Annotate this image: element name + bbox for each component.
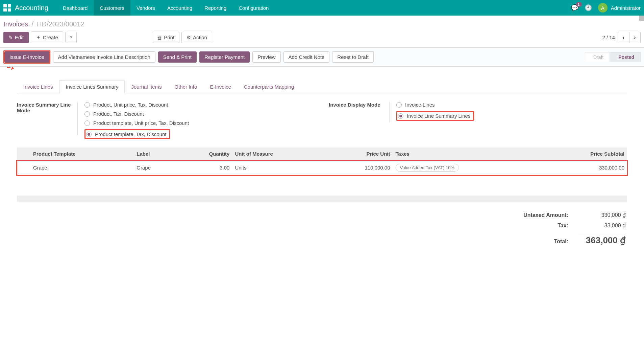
summary-table: Product Template Label Quantity Unit of …	[17, 148, 627, 175]
user-menu[interactable]: A Administrator	[598, 3, 641, 13]
issue-einvoice-button[interactable]: Issue E-Invoice	[4, 51, 49, 63]
cell-product-template: Grape	[30, 160, 134, 175]
nav-reporting[interactable]: Reporting	[198, 0, 232, 16]
tab-journal-items[interactable]: Journal Items	[125, 80, 168, 93]
col-quantity: Quantity	[176, 148, 232, 160]
tab-counterparts-mapping[interactable]: Counterparts Mapping	[238, 80, 300, 93]
radio-summary-lines[interactable]: Invoice Line Summary Lines	[397, 112, 473, 120]
print-icon: 🖨	[157, 35, 162, 40]
chat-badge: 1	[576, 2, 582, 7]
untaxed-value: 330,000 ₫	[578, 212, 626, 218]
register-payment-button[interactable]: Register Payment	[199, 51, 250, 63]
radio-icon	[396, 102, 402, 108]
nav-customers[interactable]: Customers	[94, 0, 130, 16]
preview-button[interactable]: Preview	[252, 51, 280, 63]
pager-text: 2 / 14	[602, 35, 615, 40]
print-button[interactable]: 🖨Print	[152, 32, 179, 43]
topbar: Accounting Dashboard Customers Vendors A…	[0, 0, 644, 16]
radio-icon	[84, 111, 90, 117]
tax-value: 33,000 ₫	[578, 222, 626, 229]
tax-chip: Value Added Tax (VAT) 10%	[396, 164, 459, 172]
stage-draft[interactable]: Draft	[585, 52, 610, 62]
chat-icon[interactable]: 💬1	[571, 4, 578, 12]
create-button[interactable]: ＋Create	[31, 31, 63, 43]
radio-icon	[84, 120, 90, 126]
tax-label: Tax:	[514, 223, 568, 229]
untaxed-label: Untaxed Amount:	[514, 212, 568, 218]
total-value: 363,000 ₫	[578, 233, 626, 246]
tabs: Invoice Lines Invoice Lines Summary Jour…	[17, 80, 627, 93]
col-taxes: Taxes	[393, 148, 542, 160]
reset-to-draft-button[interactable]: Reset to Draft	[332, 51, 374, 63]
breadcrumb-root[interactable]: Invoices	[3, 20, 28, 28]
radio-icon	[398, 113, 403, 119]
tab-other-info[interactable]: Other Info	[168, 80, 204, 93]
nav-dashboard[interactable]: Dashboard	[57, 0, 94, 16]
tab-invoice-lines-summary[interactable]: Invoice Lines Summary	[59, 80, 125, 93]
apps-icon[interactable]	[3, 4, 11, 12]
nav-configuration[interactable]: Configuration	[232, 0, 275, 16]
nav-vendors[interactable]: Vendors	[130, 0, 161, 16]
col-price-subtotal: Price Subtotal	[542, 148, 627, 160]
stage-posted[interactable]: Posted	[610, 52, 641, 62]
radio-product-unit-tax-discount[interactable]: Product, Unit price, Tax, Discount	[84, 102, 189, 108]
activity-icon[interactable]: 🕘	[585, 4, 592, 12]
question-icon: ?	[70, 35, 72, 40]
pager-next-button[interactable]: ›	[629, 32, 641, 43]
tab-invoice-lines[interactable]: Invoice Lines	[17, 80, 59, 93]
col-price-unit: Price Unit	[326, 148, 393, 160]
col-label: Label	[134, 148, 176, 160]
tab-einvoice[interactable]: E-Invoice	[203, 80, 238, 93]
breadcrumb-current: HD/2023/00012	[37, 20, 84, 28]
divider	[17, 196, 627, 202]
pager-prev-button[interactable]: ‹	[618, 32, 629, 43]
help-button[interactable]: ?	[65, 32, 77, 43]
top-nav: Dashboard Customers Vendors Accounting R…	[57, 0, 275, 16]
cell-price-unit: 110,000.00	[326, 160, 393, 175]
edit-button[interactable]: ✎Edit	[3, 32, 29, 43]
user-name: Administrator	[611, 5, 641, 11]
display-mode-label: Invoice Display Mode	[329, 102, 390, 122]
nav-accounting[interactable]: Accounting	[161, 0, 198, 16]
send-print-button[interactable]: Send & Print	[158, 51, 197, 63]
table-row[interactable]: Grape Grape 3.00 Units 110,000.00 Value …	[17, 160, 627, 175]
scrollbar-indicator[interactable]	[639, 16, 644, 21]
cell-subtotal: 330,000.00	[542, 160, 627, 175]
statusbar: Issue E-Invoice Add Vietnamese Invoice L…	[0, 47, 644, 67]
summary-mode-radios: Product, Unit price, Tax, Discount Produ…	[84, 102, 189, 139]
total-label: Total:	[514, 239, 568, 245]
action-button[interactable]: ⚙Action	[181, 32, 212, 43]
col-product-template: Product Template	[30, 148, 134, 160]
cell-uom: Units	[232, 160, 326, 175]
display-mode-radios: Invoice Lines Invoice Line Summary Lines	[396, 102, 474, 121]
cell-quantity: 3.00	[176, 160, 232, 175]
col-uom: Unit of Measure	[232, 148, 326, 160]
pencil-icon: ✎	[8, 35, 13, 41]
radio-prodtemplate-unit-tax-discount[interactable]: Product template, Unit price, Tax, Disco…	[84, 120, 189, 126]
cell-label: Grape	[134, 160, 176, 175]
controlbar: ✎Edit ＋Create ? 🖨Print ⚙Action 2 / 14 ‹ …	[0, 31, 644, 47]
breadcrumb: Invoices / HD/2023/00012	[0, 16, 644, 31]
add-vn-desc-button[interactable]: Add Vietnamese Invoice Line Description	[53, 51, 155, 63]
add-credit-note-button[interactable]: Add Credit Note	[283, 51, 330, 63]
cell-taxes: Value Added Tax (VAT) 10%	[393, 160, 542, 175]
totals: Untaxed Amount:330,000 ₫ Tax:33,000 ₫ To…	[17, 212, 627, 246]
summary-mode-label: Invoice Summary Line Mode	[17, 102, 78, 136]
radio-invoice-lines[interactable]: Invoice Lines	[396, 102, 474, 108]
app-title: Accounting	[15, 4, 48, 12]
gear-icon: ⚙	[187, 35, 191, 41]
pager: 2 / 14 ‹ ›	[602, 32, 641, 43]
radio-icon	[84, 102, 90, 108]
plus-icon: ＋	[36, 34, 41, 41]
content: Invoice Lines Invoice Lines Summary Jour…	[0, 67, 644, 256]
radio-icon	[86, 132, 92, 137]
avatar: A	[598, 3, 608, 13]
radio-prodtemplate-tax-discount[interactable]: Product template, Tax, Discount	[85, 130, 169, 138]
radio-product-tax-discount[interactable]: Product, Tax, Discount	[84, 111, 189, 117]
